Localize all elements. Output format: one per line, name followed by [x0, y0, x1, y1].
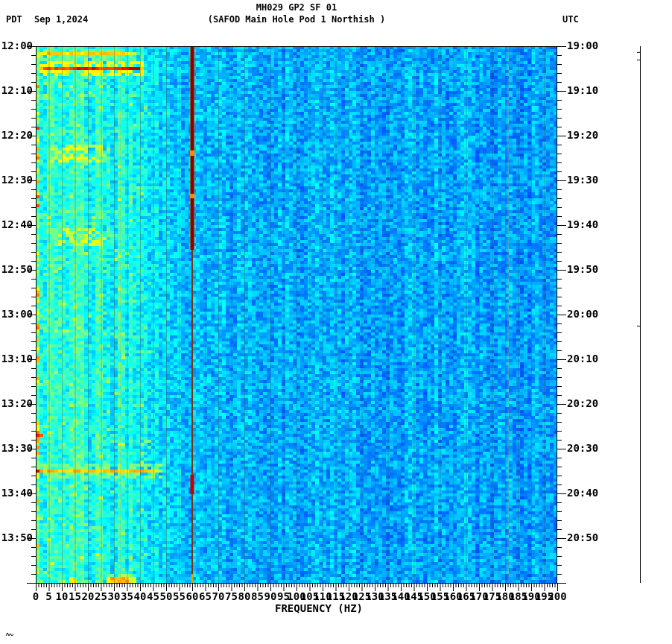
time-label-right: 19:20 [567, 130, 598, 141]
time-label-right: 20:30 [567, 443, 598, 454]
time-label-right: 19:10 [567, 85, 598, 96]
page-title: MH029 GP2 SF 01 [36, 2, 557, 13]
time-label-left: 13:10 [0, 353, 33, 364]
time-label-right: 19:00 [567, 40, 598, 51]
time-label-left: 12:50 [0, 264, 33, 275]
timezone-left-label: PDT [6, 14, 22, 25]
time-label-right: 20:00 [567, 309, 598, 320]
time-label-left: 13:40 [0, 487, 33, 499]
time-label-right: 19:40 [567, 219, 598, 230]
time-label-left: 13:20 [0, 398, 33, 409]
spectrogram-page: MH029 GP2 SF 01 (SAFOD Main Hole Pod 1 N… [0, 0, 672, 644]
time-label-left: 13:50 [0, 532, 33, 543]
page-subtitle: (SAFOD Main Hole Pod 1 Northish ) [36, 14, 557, 25]
timezone-right-label: UTC [562, 14, 579, 25]
time-label-left: 12:40 [0, 219, 33, 230]
time-label-left: 12:00 [0, 40, 33, 51]
time-label-right: 19:30 [567, 174, 598, 186]
time-label-right: 20:10 [567, 353, 598, 364]
time-label-left: 12:20 [0, 130, 33, 141]
time-label-left: 12:10 [0, 85, 33, 96]
date-label: Sep 1,2024 [34, 14, 88, 25]
time-label-right: 20:50 [567, 532, 598, 543]
frequency-axis-title: FREQUENCY (HZ) [244, 602, 393, 614]
time-label-right: 20:40 [567, 487, 598, 499]
time-label-right: 19:50 [567, 264, 598, 275]
time-label-left: 12:30 [0, 174, 33, 186]
time-label-left: 13:00 [0, 309, 33, 320]
freq-label: 200 [542, 591, 572, 602]
time-label-right: 20:20 [567, 398, 598, 409]
time-label-left: 13:30 [0, 443, 33, 454]
spectrogram-canvas [0, 0, 672, 644]
